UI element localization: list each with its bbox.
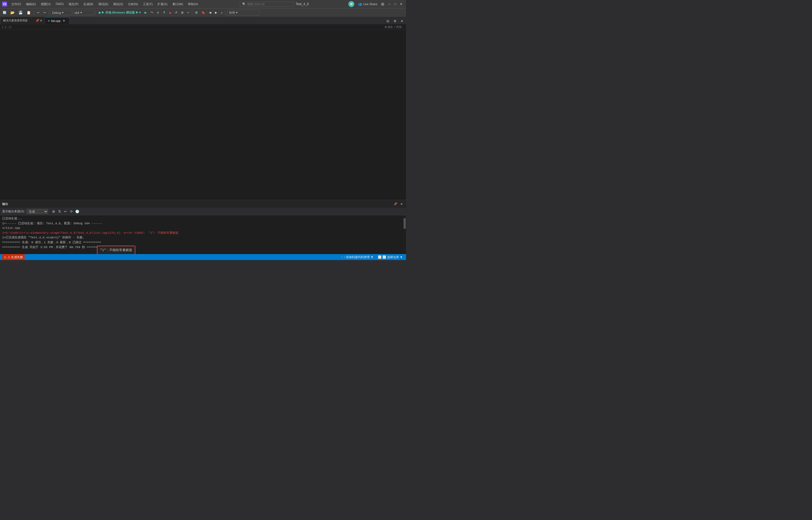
output-history-icon: 🕐 (75, 210, 79, 213)
new-file-button[interactable]: 🔄 (1, 10, 8, 15)
clear-output-button[interactable]: ⊞ (51, 209, 56, 214)
stop-icon: ■ (169, 11, 171, 15)
output-source-label: 显示输出来源(S): (2, 209, 25, 213)
add-button[interactable]: 📂 (9, 10, 16, 15)
word-wrap-icon: ↵ (64, 210, 67, 213)
menu-debug[interactable]: 调试(D) (96, 2, 110, 7)
search-input[interactable] (247, 2, 288, 6)
editor-right-info: ⊞ 原生 + 托管... (385, 25, 404, 29)
output-line: 1>D:\Code\C++\c-elementary-stage\Test_4_… (2, 231, 401, 236)
live-share-button[interactable]: 👥 Live Share (357, 2, 379, 6)
save-all-button[interactable]: 📋 (25, 10, 32, 15)
run-small-button[interactable]: ▶ (143, 10, 148, 15)
output-scrollbar[interactable] (403, 215, 406, 254)
toolbar: 🔄 📂 💾 📋 ↩ ↪ Debug ▾ x64 ▾ ▶ ▶ 本地 Windows… (0, 8, 406, 17)
status-bar: ⚠ ⚠ 生成失败 ↑ ↑ 添加到源代码管理 ▼ ⬜ ⬜ 选择仓库 ▼ (0, 254, 406, 260)
status-left: ⚠ ⚠ 生成失败 (2, 254, 25, 260)
output-source-select[interactable]: 生成 (27, 209, 48, 214)
more-button[interactable]: » (219, 10, 224, 15)
restart-button[interactable]: ↺ (173, 10, 179, 15)
step-out-icon: ↟ (163, 11, 165, 15)
add-source-control-button[interactable]: ↑ ↑ 添加到源代码管理 ▼ (340, 255, 374, 259)
hover-icon: ⊞ (181, 11, 184, 15)
main-area: 输出 📌 ✕ 显示输出来源(S): 生成 ⊞ ⇅ (0, 30, 406, 254)
pin-button[interactable]: ⊞ (381, 2, 384, 6)
nav-next-icon: ▶ (215, 11, 217, 15)
watch-button[interactable]: ⌖ (186, 10, 191, 15)
minimize-button[interactable]: ─ (387, 1, 392, 7)
debug-config-dropdown[interactable]: Debug ▾ (50, 10, 72, 15)
output-line: 1>list.cpp (2, 226, 401, 231)
user-avatar: M (348, 1, 354, 7)
menu-analyze[interactable]: 分析(N) (126, 2, 140, 7)
nav-prev-button[interactable]: ◀ (207, 10, 213, 15)
menu-build[interactable]: 生成(B) (81, 2, 95, 7)
nav-next-button[interactable]: ▶ (213, 10, 219, 15)
toolbar-sep-1 (34, 10, 34, 16)
panel-close-button[interactable]: ✕ (399, 202, 404, 206)
split-editor-button[interactable]: ⊟ (385, 18, 391, 24)
app-title: Test_4_6 (296, 2, 309, 6)
pin-sidebar-icon[interactable]: 📌 (35, 19, 39, 23)
settings-button[interactable]: ⚙ (392, 18, 398, 24)
stop-button[interactable]: ■ (168, 10, 173, 15)
solution-explorer-tab[interactable]: 解决方案资源管理器 📌 ✕ (1, 17, 45, 24)
close-button[interactable]: ✕ (398, 1, 404, 7)
menu-test[interactable]: 测试(S) (111, 2, 125, 7)
auto-dropdown[interactable]: 自动 ▾ (227, 10, 259, 16)
step-out-button[interactable]: ↟ (161, 10, 167, 15)
repo-icon: ⬜ (378, 255, 382, 259)
build-failed-status[interactable]: ⚠ ⚠ 生成失败 (2, 254, 25, 260)
menu-window[interactable]: 窗口(W) (170, 2, 186, 7)
redo-button[interactable]: ↪ (42, 10, 47, 15)
close-sidebar-icon[interactable]: ✕ (40, 19, 42, 23)
menu-view[interactable]: 视图(V) (39, 2, 53, 7)
play-icon: ▶ (99, 11, 101, 15)
tabs-container: 解决方案资源管理器 📌 ✕ ● list.cpp ✕ (1, 17, 69, 24)
tab-file-icon: ● (48, 19, 50, 22)
run-button[interactable]: ▶ ▶ 本地 Windows 调试器 ▶ ▾ (97, 10, 142, 15)
align-left-button[interactable]: ⊞ (194, 10, 199, 15)
step-over-button[interactable]: ↷ (149, 10, 155, 15)
toolbar-sep-5 (225, 10, 226, 16)
redo-icon: ↪ (43, 11, 46, 15)
menu-project[interactable]: 项目(P) (66, 2, 81, 7)
search-box[interactable]: 🔍 (240, 2, 294, 7)
output-history-button[interactable]: 🕐 (75, 209, 80, 214)
watch-icon: ⌖ (187, 11, 189, 15)
run-small-icon: ▶ (144, 11, 147, 15)
gear-icon: ⚙ (394, 19, 396, 23)
close-editor-button[interactable]: ✕ (399, 18, 405, 24)
menu-extensions[interactable]: 扩展(X) (156, 2, 170, 7)
platform-dropdown[interactable]: x64 ▾ (73, 10, 94, 15)
bookmark-icon: 🔖 (201, 11, 205, 15)
save-button[interactable]: 💾 (17, 10, 24, 15)
panel-pin-button[interactable]: 📌 (393, 202, 398, 206)
menu-git[interactable]: Git(G) (53, 2, 66, 7)
title-bar-left: VS 文件(F) 编辑(E) 视图(V) Git(G) 项目(P) 生成(B) … (2, 2, 200, 7)
menu-edit[interactable]: 编辑(E) (24, 2, 38, 7)
find-output-button[interactable]: ⟳ (69, 209, 74, 214)
toolbar-sep-2 (49, 10, 49, 16)
hover-button[interactable]: ⊞ (179, 10, 185, 15)
chevron-down-icon-2: ▾ (80, 11, 82, 15)
output-toolbar: 显示输出来源(S): 生成 ⊞ ⇅ ↵ ⟳ 🕐 (0, 208, 406, 215)
step-in-icon: ↡ (157, 11, 159, 15)
tab-close-icon[interactable]: ✕ (62, 19, 66, 23)
run-dropdown-icon: ▾ (139, 11, 141, 15)
split-icon: ⊟ (387, 19, 389, 23)
menu-help[interactable]: 帮助(H) (186, 2, 200, 7)
select-repo-button[interactable]: ⬜ ⬜ 选择仓库 ▼ (377, 255, 404, 259)
tab-list-cpp[interactable]: ● list.cpp ✕ (45, 17, 69, 24)
add-icon: 📂 (10, 10, 15, 15)
bookmark-button[interactable]: 🔖 (200, 10, 207, 15)
undo-button[interactable]: ↩ (35, 10, 41, 15)
menu-tools[interactable]: 工具(T) (141, 2, 155, 7)
menu-file[interactable]: 文件(F) (9, 2, 23, 7)
editor-content (0, 30, 406, 200)
scroll-lock-button[interactable]: ⇅ (57, 209, 62, 214)
word-wrap-button[interactable]: ↵ (63, 209, 68, 214)
step-in-button[interactable]: ↡ (155, 10, 161, 15)
auto-chevron-icon: ▾ (236, 11, 237, 15)
maximize-button[interactable]: □ (392, 1, 398, 7)
